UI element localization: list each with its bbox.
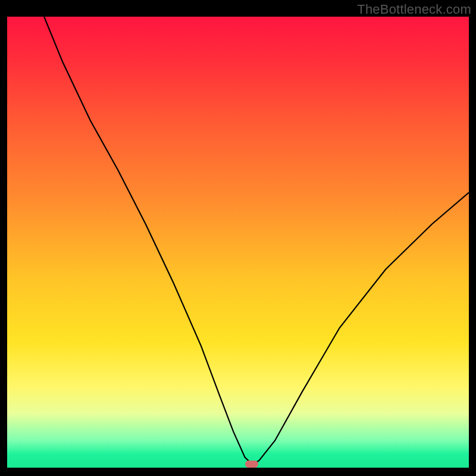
plot-frame: [7, 17, 469, 468]
chart-curve: [7, 17, 469, 468]
bottleneck-curve-path: [44, 17, 469, 464]
attribution-text: TheBottleneck.com: [357, 2, 471, 17]
optimal-marker: [245, 461, 258, 468]
